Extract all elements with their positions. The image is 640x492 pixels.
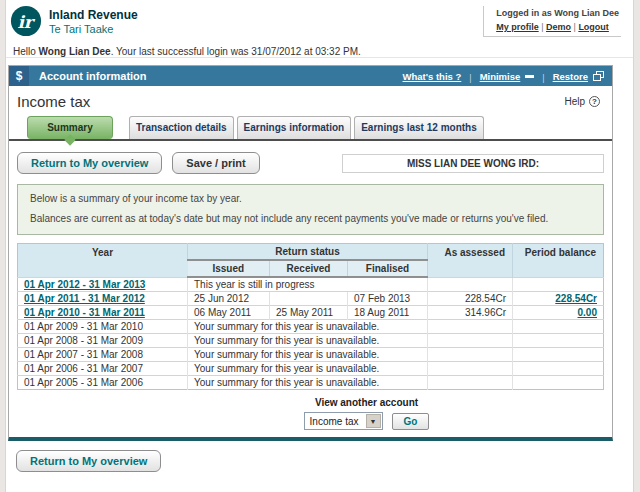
greeting-suffix: . Your last successful login was 31/07/2… <box>111 46 361 57</box>
year-label: 01 Apr 2008 - 31 Mar 2009 <box>24 335 143 346</box>
page-title: Income tax <box>17 93 90 110</box>
as-assessed-cell <box>428 277 513 292</box>
logout-link[interactable]: Logout <box>578 22 609 32</box>
issued-cell: 25 Jun 2012 <box>188 292 270 306</box>
income-tax-summary-table: Year Return status As assessed Period ba… <box>17 243 604 390</box>
link-separator <box>534 67 552 85</box>
account-information-panel: $ Account information What's this ? Mini… <box>8 65 613 441</box>
tab-label: Earnings last 12 months <box>361 122 477 133</box>
help-link[interactable]: Help ? <box>564 96 600 107</box>
return-to-overview-button-bottom[interactable]: Return to My overview <box>16 450 161 472</box>
view-another-account-label: View another account <box>121 397 612 408</box>
column-header-received: Received <box>270 260 348 277</box>
year-label: 01 Apr 2007 - 31 Mar 2008 <box>24 349 143 360</box>
year-link[interactable]: 01 Apr 2011 - 31 Mar 2012 <box>24 293 145 304</box>
tab-earnings-information[interactable]: Earnings information <box>237 116 352 139</box>
row-message: Your summary for this year is unavailabl… <box>188 334 428 348</box>
dollar-icon: $ <box>9 66 29 86</box>
period-balance-cell <box>513 334 604 348</box>
as-assessed-cell: 314.96Cr <box>428 306 513 320</box>
tab-summary[interactable]: Summary <box>27 116 113 139</box>
return-to-overview-button[interactable]: Return to My overview <box>17 152 162 174</box>
minimise-icon[interactable] <box>525 75 534 78</box>
column-header-finalised: Finalised <box>348 260 428 277</box>
page: ir Inland Revenue Te Tari Taake Logged i… <box>6 0 633 492</box>
period-balance-cell <box>513 320 604 334</box>
issued-cell: 06 May 2011 <box>188 306 270 320</box>
year-label: 01 Apr 2005 - 31 Mar 2006 <box>24 377 143 388</box>
year-label: 01 Apr 2006 - 31 Mar 2007 <box>24 363 143 374</box>
summary-info-box: Below is a summary of your income tax by… <box>17 184 604 235</box>
logged-in-text: Logged in as Wong Lian Dee <box>496 8 619 18</box>
period-balance-cell <box>513 348 604 362</box>
year-label: 01 Apr 2009 - 31 Mar 2010 <box>24 321 143 332</box>
table-header: Year Return status As assessed Period ba… <box>18 244 604 278</box>
greeting-prefix: Hello <box>13 46 39 57</box>
period-balance-link[interactable]: 228.54Cr <box>555 293 597 304</box>
as-assessed-cell <box>428 320 513 334</box>
restore-icon[interactable] <box>593 71 604 81</box>
received-cell: 25 May 2011 <box>270 306 348 320</box>
whats-this-link[interactable]: What's this ? <box>403 71 462 82</box>
period-balance-cell <box>513 277 604 292</box>
column-header-year: Year <box>18 244 188 278</box>
period-balance-link[interactable]: 0.00 <box>578 307 597 318</box>
year-link[interactable]: 01 Apr 2010 - 31 Mar 2011 <box>24 307 145 318</box>
section-header-row: Income tax Help ? <box>9 86 612 112</box>
restore-link[interactable]: Restore <box>553 71 588 82</box>
year-link[interactable]: 01 Apr 2012 - 31 Mar 2013 <box>24 279 145 290</box>
panel-titlebar: $ Account information What's this ? Mini… <box>9 66 612 86</box>
table-row: 01 Apr 2007 - 31 Mar 2008 Your summary f… <box>18 348 604 362</box>
panel-titlebar-links: What's this ? Minimise Restore <box>403 67 612 85</box>
table-row: 01 Apr 2010 - 31 Mar 2011 06 May 2011 25… <box>18 306 604 320</box>
go-button[interactable]: Go <box>392 413 430 430</box>
minimise-link[interactable]: Minimise <box>480 71 521 82</box>
help-label: Help <box>564 96 585 107</box>
table-row: 01 Apr 2011 - 31 Mar 2012 25 Jun 2012 07… <box>18 292 604 306</box>
as-assessed-cell <box>428 376 513 390</box>
site-header: ir Inland Revenue Te Tari Taake Logged i… <box>6 0 633 58</box>
brand-text: Inland Revenue Te Tari Taake <box>49 8 138 37</box>
row-message: This year is still in progress <box>188 277 428 292</box>
column-header-period-balance: Period balance <box>513 244 604 278</box>
account-select[interactable]: Income tax ▼ <box>304 412 383 430</box>
demo-link[interactable]: Demo <box>546 22 571 32</box>
my-profile-link[interactable]: My profile <box>496 22 539 32</box>
finalised-cell: 18 Aug 2011 <box>348 306 428 320</box>
table-row: 01 Apr 2012 - 31 Mar 2013 This year is s… <box>18 277 604 292</box>
account-links: My profileDemoLogout <box>496 22 619 32</box>
column-header-issued: Issued <box>188 260 270 277</box>
action-row: Return to My overview Save / print MISS … <box>9 141 612 176</box>
tab-label: Earnings information <box>244 122 345 133</box>
chevron-down-icon[interactable]: ▼ <box>366 414 381 428</box>
link-separator <box>461 67 479 85</box>
as-assessed-cell: 228.54Cr <box>428 292 513 306</box>
link-separator <box>539 22 546 32</box>
row-message: Your summary for this year is unavailabl… <box>188 320 428 334</box>
as-assessed-cell <box>428 334 513 348</box>
inland-revenue-logo-icon: ir <box>10 5 42 37</box>
as-assessed-cell <box>428 348 513 362</box>
tab-transaction-details[interactable]: Transaction details <box>129 116 234 139</box>
table-row: 01 Apr 2009 - 31 Mar 2010 Your summary f… <box>18 320 604 334</box>
brand-maori-name: Te Tari Taake <box>49 23 138 37</box>
period-balance-cell <box>513 362 604 376</box>
info-line-2: Balances are current as at today's date … <box>30 213 591 224</box>
greeting-user-name: Wong Lian Dee <box>39 46 111 57</box>
view-another-account-section: View another account Income tax ▼ Go <box>9 397 612 430</box>
as-assessed-cell <box>428 362 513 376</box>
taxpayer-name-box: MISS LIAN DEE WONG IRD: <box>342 154 604 173</box>
tab-label: Transaction details <box>136 122 227 133</box>
column-header-as-assessed: As assessed <box>428 244 513 278</box>
table-row: 01 Apr 2005 - 31 Mar 2006 Your summary f… <box>18 376 604 390</box>
panel-body: Income tax Help ? Summary Transaction de… <box>9 86 612 437</box>
table-row: 01 Apr 2008 - 31 Mar 2009 Your summary f… <box>18 334 604 348</box>
help-icon: ? <box>589 96 600 107</box>
row-message: Your summary for this year is unavailabl… <box>188 348 428 362</box>
column-header-return-status: Return status <box>188 244 428 261</box>
save-print-button[interactable]: Save / print <box>172 152 259 174</box>
period-balance-cell <box>513 376 604 390</box>
tab-earnings-last-12-months[interactable]: Earnings last 12 months <box>354 116 484 139</box>
tab-bar: Summary Transaction details Earnings inf… <box>9 116 612 141</box>
window-edge-right <box>633 0 640 492</box>
